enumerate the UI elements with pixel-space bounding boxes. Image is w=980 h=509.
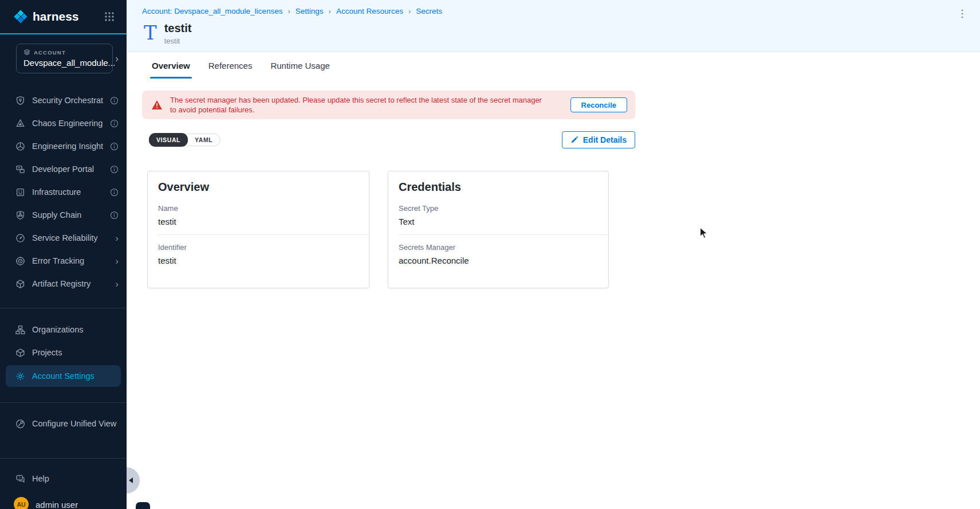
main-content: Account: Devspace_all_module_licenses › …	[127, 0, 980, 509]
module-grid-icon[interactable]	[104, 11, 115, 22]
shield-nodes-icon	[15, 210, 25, 220]
floating-widget[interactable]	[136, 502, 150, 509]
warning-message: The secret manager has been updated. Ple…	[170, 95, 563, 115]
sidebar: harness ACCOUNT	[0, 0, 127, 509]
info-icon[interactable]	[110, 96, 119, 105]
tab-overview[interactable]: Overview	[150, 52, 192, 79]
breadcrumb-separator: ›	[408, 7, 411, 15]
info-icon[interactable]	[110, 165, 119, 174]
account-name: Devspace_all_module...	[23, 58, 115, 68]
breadcrumb-account-resources-link[interactable]: Account Resources	[336, 7, 403, 15]
help-chat-icon: ?	[15, 474, 25, 484]
sidebar-item-account-settings[interactable]: Account Settings	[6, 365, 121, 387]
card-title: Overview	[158, 181, 359, 194]
tab-references[interactable]: References	[207, 52, 254, 79]
info-icon[interactable]	[110, 142, 119, 151]
layers-icon	[23, 49, 30, 56]
sidebar-links: Organizations Projects Account Settin	[0, 318, 127, 387]
field-secrets-manager: Secrets Manager account.Reconcile	[399, 243, 598, 265]
sidebar-item-help[interactable]: ? Help	[0, 467, 127, 490]
field-divider	[399, 234, 608, 235]
breadcrumb-settings-link[interactable]: Settings	[296, 7, 324, 15]
info-icon[interactable]	[110, 188, 119, 197]
kebab-menu-icon[interactable]	[958, 8, 966, 19]
warning-icon	[151, 100, 163, 110]
wrench-circle-icon	[15, 419, 25, 429]
sidebar-item-developer-portal[interactable]: Developer Portal	[0, 158, 127, 181]
shield-icon	[15, 96, 25, 105]
sidebar-item-projects[interactable]: Projects	[0, 341, 127, 364]
app-root: harness ACCOUNT	[0, 0, 980, 509]
sidebar-item-service-reliability[interactable]: Service Reliability ›	[0, 226, 127, 249]
sidebar-item-engineering-insights[interactable]: Engineering Insights	[0, 135, 127, 158]
tab-runtime-usage[interactable]: Runtime Usage	[269, 52, 331, 79]
view-controls-row: VISUAL YAML Edit Details	[142, 131, 635, 149]
account-selector[interactable]: ACCOUNT Devspace_all_module... ›	[16, 44, 113, 73]
info-icon[interactable]	[110, 211, 119, 220]
page-title: testit	[164, 22, 192, 35]
toggle-visual[interactable]: VISUAL	[149, 133, 188, 147]
windows-icon	[15, 165, 25, 174]
sidebar-item-security-orchestration[interactable]: Security Orchestrat...	[0, 89, 127, 112]
breadcrumb-secrets-link[interactable]: Secrets	[416, 7, 442, 15]
sidebar-item-organizations[interactable]: Organizations	[0, 318, 127, 341]
hexagon-box-icon	[15, 279, 25, 289]
field-secret-type: Secret Type Text	[399, 204, 598, 226]
target-icon	[15, 256, 25, 266]
pencil-icon	[570, 136, 578, 144]
gear-icon	[15, 371, 25, 381]
avatar: AU	[14, 497, 29, 509]
sidebar-user[interactable]: AU admin user	[0, 497, 127, 509]
chevron-left-icon	[129, 477, 133, 483]
chevron-right-icon: ›	[115, 279, 119, 289]
org-chart-icon	[15, 325, 25, 335]
page-subtitle: testit	[164, 37, 192, 45]
gauge-icon	[15, 233, 25, 243]
visual-yaml-toggle: VISUAL YAML	[149, 134, 221, 146]
chevron-right-icon: ›	[115, 233, 119, 243]
insights-icon	[15, 142, 25, 151]
svg-text:?: ?	[18, 475, 21, 479]
title-block: T testit testit	[144, 22, 191, 45]
info-icon[interactable]	[110, 119, 119, 128]
sidebar-modules: Security Orchestrat... Chaos Engineering	[0, 89, 127, 295]
reconcile-button[interactable]: Reconcile	[570, 97, 627, 112]
edit-details-button[interactable]: Edit Details	[562, 131, 635, 148]
brand-name: harness	[33, 10, 79, 24]
cube-icon	[15, 348, 25, 358]
harness-logo[interactable]: harness	[13, 9, 79, 25]
chevron-right-icon: ›	[115, 53, 119, 64]
sidebar-item-infrastructure[interactable]: Infrastructure	[0, 181, 127, 203]
secret-type-text-icon: T	[144, 23, 157, 42]
user-name: admin user	[36, 500, 78, 509]
sidebar-divider	[0, 458, 127, 459]
field-divider	[158, 234, 369, 235]
account-label: ACCOUNT	[34, 49, 66, 56]
tabbar: Overview References Runtime Usage	[127, 52, 332, 79]
warning-banner: The secret manager has been updated. Ple…	[142, 91, 635, 119]
credentials-card: Credentials Secret Type Text Secrets Man…	[388, 171, 609, 288]
sidebar-item-supply-chain[interactable]: Supply Chain	[0, 203, 127, 226]
breadcrumb: Account: Devspace_all_module_licenses › …	[142, 7, 442, 15]
sidebar-logo-row: harness	[0, 0, 127, 34]
sidebar-divider	[0, 308, 127, 308]
breadcrumb-account-link[interactable]: Account: Devspace_all_module_licenses	[142, 7, 282, 15]
infrastructure-icon	[15, 187, 25, 197]
field-identifier: Identifier testit	[158, 243, 359, 265]
toggle-yaml[interactable]: YAML	[187, 134, 220, 146]
sidebar-item-error-tracking[interactable]: Error Tracking ›	[0, 249, 127, 272]
field-name: Name testit	[158, 204, 359, 226]
cards-row: Overview Name testit Identifier testit C…	[147, 171, 609, 288]
harness-logo-icon	[13, 9, 29, 25]
sidebar-item-configure-unified-view[interactable]: Configure Unified View	[0, 412, 127, 435]
sidebar-item-artifact-registry[interactable]: Artifact Registry ›	[0, 272, 127, 295]
overview-card: Overview Name testit Identifier testit	[147, 171, 369, 288]
breadcrumb-separator: ›	[288, 7, 290, 15]
breadcrumb-separator: ›	[329, 7, 331, 15]
card-title: Credentials	[399, 181, 598, 194]
chevron-right-icon: ›	[115, 256, 119, 266]
chaos-icon	[15, 119, 25, 128]
sidebar-item-chaos-engineering[interactable]: Chaos Engineering	[0, 112, 127, 135]
sidebar-divider	[0, 402, 127, 403]
